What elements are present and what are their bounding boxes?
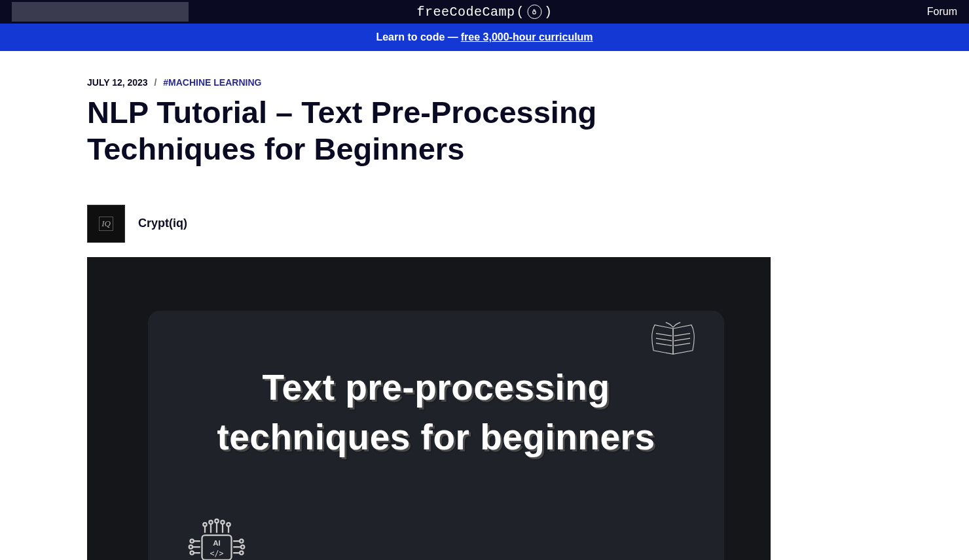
avatar-label: IQ — [99, 217, 113, 231]
circuit-ai-icon: AI </> — [187, 517, 246, 560]
svg-text:</>: </> — [210, 549, 223, 558]
svg-point-5 — [209, 520, 212, 523]
svg-point-6 — [215, 519, 218, 522]
category-tag[interactable]: #MACHINE LEARNING — [163, 77, 261, 88]
forum-link[interactable]: Forum — [927, 6, 957, 18]
svg-point-14 — [240, 551, 243, 554]
hero-title: Text pre-processing techniques for begin… — [174, 363, 698, 463]
author-block: IQ Crypt(iq) — [87, 205, 778, 243]
hero-card: Text pre-processing techniques for begin… — [148, 311, 724, 560]
publish-date: JULY 12, 2023 — [87, 77, 148, 88]
svg-point-4 — [203, 523, 206, 526]
svg-point-12 — [240, 539, 243, 542]
banner-link[interactable]: free 3,000-hour curriculum — [461, 31, 593, 43]
author-name[interactable]: Crypt(iq) — [138, 217, 187, 230]
svg-point-8 — [227, 523, 230, 526]
hero-image: Text pre-processing techniques for begin… — [87, 257, 771, 560]
article-title: NLP Tutorial – Text Pre-Processing Techn… — [87, 94, 768, 168]
book-icon — [642, 321, 704, 360]
svg-point-10 — [189, 545, 192, 548]
banner-prefix: Learn to code — — [376, 31, 458, 43]
svg-point-7 — [221, 520, 224, 523]
top-nav: freeCodeCamp ( ) Forum — [0, 0, 969, 24]
svg-point-11 — [191, 551, 194, 554]
site-logo[interactable]: freeCodeCamp ( ) — [416, 5, 552, 20]
fire-icon — [527, 5, 541, 19]
article-container: JULY 12, 2023 / #MACHINE LEARNING NLP Tu… — [87, 51, 857, 560]
search-input[interactable] — [12, 2, 189, 22]
logo-text: freeCodeCamp — [416, 5, 515, 20]
svg-text:AI: AI — [213, 538, 221, 547]
curriculum-banner: Learn to code — free 3,000-hour curricul… — [0, 24, 969, 51]
author-avatar[interactable]: IQ — [87, 205, 125, 243]
svg-point-13 — [241, 545, 244, 548]
article-meta: JULY 12, 2023 / #MACHINE LEARNING — [87, 77, 778, 88]
svg-point-9 — [191, 539, 194, 542]
